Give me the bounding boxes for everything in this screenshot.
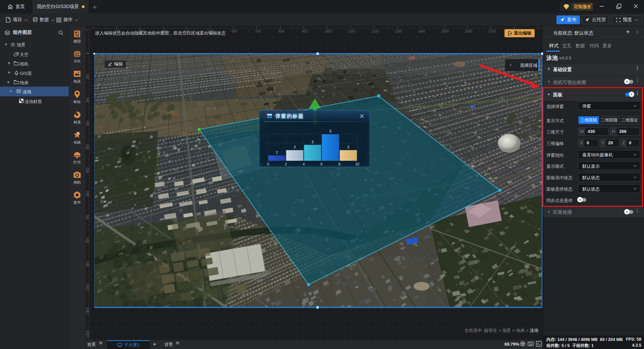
svg-text:8: 8 (338, 162, 340, 166)
svg-text:2: 2 (285, 162, 287, 166)
svg-text:1: 1 (276, 150, 278, 154)
svg-text:4: 4 (303, 162, 305, 166)
svg-text:5: 5 (329, 129, 331, 133)
svg-text:3: 3 (312, 140, 314, 144)
svg-text:2: 2 (347, 145, 349, 149)
svg-text:2: 2 (294, 145, 296, 149)
svg-text:10: 10 (355, 162, 359, 166)
svg-text:0: 0 (267, 162, 269, 166)
svg-text:6: 6 (321, 162, 323, 166)
